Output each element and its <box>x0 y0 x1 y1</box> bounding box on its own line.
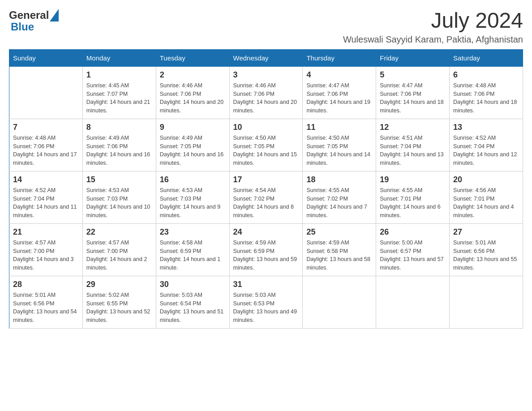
day-number: 12 <box>380 123 446 132</box>
location-subtitle: Wuleswali Sayyid Karam, Paktia, Afghanis… <box>343 34 523 45</box>
day-sun-info: Sunrise: 5:03 AMSunset: 6:53 PMDaylight:… <box>233 291 299 325</box>
day-sun-info: Sunrise: 5:02 AMSunset: 6:55 PMDaylight:… <box>86 291 152 325</box>
svg-marker-0 <box>50 9 59 21</box>
day-sun-info: Sunrise: 5:03 AMSunset: 6:54 PMDaylight:… <box>160 291 226 325</box>
calendar-day-cell <box>450 276 523 328</box>
day-sun-info: Sunrise: 4:51 AMSunset: 7:04 PMDaylight:… <box>380 134 446 167</box>
day-number: 21 <box>13 227 79 237</box>
calendar-day-cell: 13Sunrise: 4:52 AMSunset: 7:04 PMDayligh… <box>450 119 523 171</box>
day-number: 14 <box>13 175 79 184</box>
day-number: 31 <box>233 280 299 289</box>
calendar-day-cell: 10Sunrise: 4:50 AMSunset: 7:05 PMDayligh… <box>229 119 303 171</box>
day-sun-info: Sunrise: 4:56 AMSunset: 7:01 PMDaylight:… <box>453 186 519 220</box>
calendar-day-cell <box>9 66 83 119</box>
day-number: 23 <box>160 227 226 237</box>
day-sun-info: Sunrise: 4:52 AMSunset: 7:04 PMDaylight:… <box>453 134 519 167</box>
day-sun-info: Sunrise: 4:52 AMSunset: 7:04 PMDaylight:… <box>13 186 79 220</box>
calendar-day-cell: 16Sunrise: 4:53 AMSunset: 7:03 PMDayligh… <box>156 171 229 223</box>
calendar-day-cell: 1Sunrise: 4:45 AMSunset: 7:07 PMDaylight… <box>82 66 156 119</box>
day-sun-info: Sunrise: 4:49 AMSunset: 7:05 PMDaylight:… <box>160 134 226 167</box>
day-sun-info: Sunrise: 4:50 AMSunset: 7:05 PMDaylight:… <box>306 134 372 167</box>
day-sun-info: Sunrise: 4:54 AMSunset: 7:02 PMDaylight:… <box>233 186 299 220</box>
column-header-monday: Monday <box>82 49 156 66</box>
day-number: 25 <box>306 227 372 237</box>
calendar-day-cell: 17Sunrise: 4:54 AMSunset: 7:02 PMDayligh… <box>229 171 303 223</box>
day-number: 11 <box>306 123 372 132</box>
day-sun-info: Sunrise: 5:01 AMSunset: 6:56 PMDaylight:… <box>13 291 79 325</box>
column-header-thursday: Thursday <box>303 49 376 66</box>
day-number: 7 <box>13 123 79 132</box>
day-sun-info: Sunrise: 4:55 AMSunset: 7:01 PMDaylight:… <box>380 186 446 220</box>
logo-triangle-icon <box>50 9 59 21</box>
calendar-week-row: 28Sunrise: 5:01 AMSunset: 6:56 PMDayligh… <box>9 276 523 328</box>
day-number: 15 <box>86 175 152 184</box>
day-number: 8 <box>86 123 152 132</box>
calendar-day-cell: 18Sunrise: 4:55 AMSunset: 7:02 PMDayligh… <box>303 171 376 223</box>
day-number: 10 <box>233 123 299 132</box>
day-sun-info: Sunrise: 4:50 AMSunset: 7:05 PMDaylight:… <box>233 134 299 167</box>
day-number: 29 <box>86 280 152 289</box>
day-sun-info: Sunrise: 4:45 AMSunset: 7:07 PMDaylight:… <box>86 81 152 115</box>
column-header-sunday: Sunday <box>9 49 83 66</box>
calendar-day-cell <box>376 276 450 328</box>
day-number: 1 <box>86 70 152 80</box>
day-number: 26 <box>380 227 446 237</box>
day-sun-info: Sunrise: 4:57 AMSunset: 7:00 PMDaylight:… <box>13 239 79 272</box>
calendar-day-cell: 25Sunrise: 4:59 AMSunset: 6:58 PMDayligh… <box>303 223 376 276</box>
page-header: General Blue July 2024 Wuleswali Sayyid … <box>9 9 523 45</box>
calendar-day-cell: 12Sunrise: 4:51 AMSunset: 7:04 PMDayligh… <box>376 119 450 171</box>
calendar-day-cell: 14Sunrise: 4:52 AMSunset: 7:04 PMDayligh… <box>9 171 83 223</box>
calendar-day-cell: 9Sunrise: 4:49 AMSunset: 7:05 PMDaylight… <box>156 119 229 171</box>
day-sun-info: Sunrise: 5:00 AMSunset: 6:57 PMDaylight:… <box>380 239 446 272</box>
calendar-day-cell: 26Sunrise: 5:00 AMSunset: 6:57 PMDayligh… <box>376 223 450 276</box>
day-sun-info: Sunrise: 4:46 AMSunset: 7:06 PMDaylight:… <box>233 81 299 115</box>
calendar-day-cell: 24Sunrise: 4:59 AMSunset: 6:59 PMDayligh… <box>229 223 303 276</box>
calendar-week-row: 14Sunrise: 4:52 AMSunset: 7:04 PMDayligh… <box>9 171 523 223</box>
calendar-day-cell: 11Sunrise: 4:50 AMSunset: 7:05 PMDayligh… <box>303 119 376 171</box>
calendar-day-cell: 15Sunrise: 4:53 AMSunset: 7:03 PMDayligh… <box>82 171 156 223</box>
day-sun-info: Sunrise: 4:57 AMSunset: 7:00 PMDaylight:… <box>86 239 152 272</box>
day-sun-info: Sunrise: 4:59 AMSunset: 6:58 PMDaylight:… <box>306 239 372 272</box>
day-number: 16 <box>160 175 226 184</box>
day-sun-info: Sunrise: 4:46 AMSunset: 7:06 PMDaylight:… <box>160 81 226 115</box>
column-header-wednesday: Wednesday <box>229 49 303 66</box>
day-number: 30 <box>160 280 226 289</box>
calendar-day-cell: 19Sunrise: 4:55 AMSunset: 7:01 PMDayligh… <box>376 171 450 223</box>
calendar-day-cell: 2Sunrise: 4:46 AMSunset: 7:06 PMDaylight… <box>156 66 229 119</box>
day-sun-info: Sunrise: 4:49 AMSunset: 7:06 PMDaylight:… <box>86 134 152 167</box>
logo-general-text: General <box>9 9 49 21</box>
column-header-tuesday: Tuesday <box>156 49 229 66</box>
calendar-day-cell: 4Sunrise: 4:47 AMSunset: 7:06 PMDaylight… <box>303 66 376 119</box>
day-sun-info: Sunrise: 5:01 AMSunset: 6:56 PMDaylight:… <box>453 239 519 272</box>
day-sun-info: Sunrise: 4:47 AMSunset: 7:06 PMDaylight:… <box>306 81 372 115</box>
day-number: 28 <box>13 280 79 289</box>
column-header-friday: Friday <box>376 49 450 66</box>
day-number: 19 <box>380 175 446 184</box>
calendar-day-cell: 22Sunrise: 4:57 AMSunset: 7:00 PMDayligh… <box>82 223 156 276</box>
calendar-header-row: SundayMondayTuesdayWednesdayThursdayFrid… <box>9 49 523 66</box>
calendar-day-cell <box>303 276 376 328</box>
month-year-title: July 2024 <box>343 9 523 33</box>
day-number: 24 <box>233 227 299 237</box>
calendar-day-cell: 27Sunrise: 5:01 AMSunset: 6:56 PMDayligh… <box>450 223 523 276</box>
calendar-day-cell: 20Sunrise: 4:56 AMSunset: 7:01 PMDayligh… <box>450 171 523 223</box>
calendar-week-row: 1Sunrise: 4:45 AMSunset: 7:07 PMDaylight… <box>9 66 523 119</box>
day-number: 18 <box>306 175 372 184</box>
day-number: 6 <box>453 70 519 80</box>
day-number: 20 <box>453 175 519 184</box>
day-number: 4 <box>306 70 372 80</box>
day-sun-info: Sunrise: 4:48 AMSunset: 7:06 PMDaylight:… <box>13 134 79 167</box>
day-sun-info: Sunrise: 4:58 AMSunset: 6:59 PMDaylight:… <box>160 239 226 272</box>
day-sun-info: Sunrise: 4:59 AMSunset: 6:59 PMDaylight:… <box>233 239 299 272</box>
day-number: 22 <box>86 227 152 237</box>
calendar-day-cell: 29Sunrise: 5:02 AMSunset: 6:55 PMDayligh… <box>82 276 156 328</box>
calendar-day-cell: 6Sunrise: 4:48 AMSunset: 7:06 PMDaylight… <box>450 66 523 119</box>
calendar-day-cell: 28Sunrise: 5:01 AMSunset: 6:56 PMDayligh… <box>9 276 83 328</box>
calendar-week-row: 7Sunrise: 4:48 AMSunset: 7:06 PMDaylight… <box>9 119 523 171</box>
title-section: July 2024 Wuleswali Sayyid Karam, Paktia… <box>343 9 523 45</box>
calendar-day-cell: 7Sunrise: 4:48 AMSunset: 7:06 PMDaylight… <box>9 119 83 171</box>
calendar-day-cell: 8Sunrise: 4:49 AMSunset: 7:06 PMDaylight… <box>82 119 156 171</box>
logo-blue-text: Blue <box>11 21 34 33</box>
day-sun-info: Sunrise: 4:53 AMSunset: 7:03 PMDaylight:… <box>160 186 226 220</box>
day-number: 27 <box>453 227 519 237</box>
